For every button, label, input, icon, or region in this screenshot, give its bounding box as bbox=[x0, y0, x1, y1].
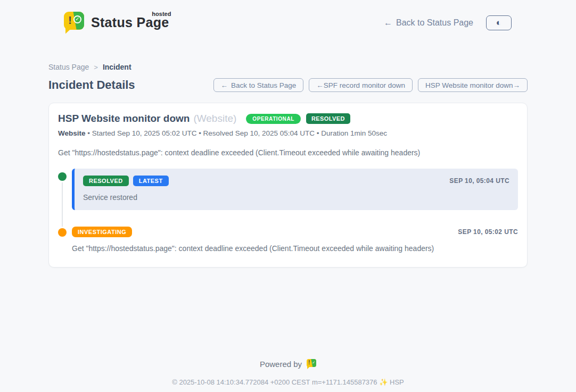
logo-superscript: hosted bbox=[152, 11, 171, 17]
half-circle-contrast-icon: ◐ bbox=[496, 18, 501, 27]
logo-text: Status Page bbox=[91, 15, 169, 30]
brand-text: HSP bbox=[390, 378, 404, 386]
resolved-status-badge: RESOLVED bbox=[83, 176, 129, 186]
meta-component: Website bbox=[58, 129, 86, 137]
breadcrumb: Status Page > Incident bbox=[48, 63, 528, 71]
header: ! ✓ Status Page hosted ← Back to Status … bbox=[0, 0, 576, 37]
status-page-app: ! ✓ Status Page hosted ← Back to Status … bbox=[0, 0, 576, 386]
powered-by-label: Powered by bbox=[260, 360, 302, 369]
investigating-status-badge: INVESTIGATING bbox=[72, 227, 132, 237]
exclamation-icon: ! bbox=[308, 360, 310, 365]
back-to-status-page-button[interactable]: ← Back to Status Page bbox=[213, 78, 304, 92]
timeline-entry-investigating: INVESTIGATING SEP 10, 05:02 UTC Get "htt… bbox=[58, 227, 518, 253]
previous-incident-button[interactable]: ← SPF record monitor down bbox=[309, 78, 413, 92]
timeline-entry-header: RESOLVED LATEST SEP 10, 05:04 UTC bbox=[83, 176, 509, 186]
arrow-right-icon: → bbox=[513, 81, 521, 89]
timeline-update-card: RESOLVED LATEST SEP 10, 05:04 UTC Servic… bbox=[72, 169, 518, 210]
theme-toggle-button[interactable]: ◐ bbox=[486, 15, 512, 30]
incident-timeline: RESOLVED LATEST SEP 10, 05:04 UTC Servic… bbox=[58, 169, 518, 253]
meta-details: • Started Sep 10, 2025 05:02 UTC • Resol… bbox=[87, 129, 387, 137]
header-actions: ← Back to Status Page ◐ bbox=[384, 15, 512, 30]
next-incident-button[interactable]: HSP Website monitor down → bbox=[418, 78, 528, 92]
timeline-dot-investigating bbox=[58, 228, 67, 237]
breadcrumb-status-page[interactable]: Status Page bbox=[48, 63, 89, 71]
arrow-left-icon: ← bbox=[384, 18, 392, 28]
incident-nav-buttons: ← Back to Status Page ← SPF record monit… bbox=[213, 78, 528, 92]
exclamation-icon: ! bbox=[68, 14, 72, 27]
powered-by: Powered by ! ✓ bbox=[260, 359, 316, 369]
breadcrumb-separator: > bbox=[94, 63, 98, 71]
timeline-badges: INVESTIGATING bbox=[72, 227, 132, 237]
incident-title: HSP Website monitor down bbox=[58, 113, 190, 124]
logo-wordmark: Status Page hosted bbox=[91, 15, 169, 30]
resolved-badge: RESOLVED bbox=[306, 113, 350, 124]
latest-badge: LATEST bbox=[133, 176, 169, 186]
heading-row: Incident Details ← Back to Status Page ←… bbox=[48, 78, 528, 92]
back-to-status-page-link[interactable]: ← Back to Status Page bbox=[384, 18, 473, 28]
incident-meta: Website • Started Sep 10, 2025 05:02 UTC… bbox=[58, 129, 518, 137]
timeline-dot-resolved bbox=[58, 172, 67, 181]
timeline-badges: RESOLVED LATEST bbox=[83, 176, 169, 186]
main-content: Status Page > Incident Incident Details … bbox=[48, 63, 528, 268]
check-circle-icon: ✓ bbox=[73, 15, 81, 23]
timeline-message: Service restored bbox=[83, 193, 509, 202]
status-page-logo-icon-small[interactable]: ! ✓ bbox=[307, 359, 316, 369]
timeline-update-plain: INVESTIGATING SEP 10, 05:02 UTC Get "htt… bbox=[72, 227, 518, 253]
arrow-left-icon: ← bbox=[221, 81, 228, 89]
sparkles-icon: ✨ bbox=[379, 378, 388, 386]
incident-title-row: HSP Website monitor down (Website) OPERA… bbox=[58, 113, 518, 124]
timeline-timestamp: SEP 10, 05:04 UTC bbox=[449, 177, 509, 185]
timeline-message: Get "https://hostedstatus.page": context… bbox=[72, 244, 518, 253]
breadcrumb-incident: Incident bbox=[103, 63, 131, 71]
status-page-logo-icon: ! ✓ bbox=[64, 12, 85, 34]
footer: Powered by ! ✓ © 2025-10-08 14:10:34.772… bbox=[0, 359, 576, 386]
app-logo[interactable]: ! ✓ Status Page hosted bbox=[64, 12, 169, 34]
arrow-left-icon: ← bbox=[316, 81, 324, 89]
timeline-entry-resolved: RESOLVED LATEST SEP 10, 05:04 UTC Servic… bbox=[58, 169, 518, 210]
timeline-timestamp: SEP 10, 05:02 UTC bbox=[458, 228, 518, 236]
logo-speech-bubble: ! ✓ bbox=[64, 12, 84, 30]
copyright-text: © 2025-10-08 14:10:34.772084 +0200 CEST … bbox=[172, 378, 377, 386]
incident-component: (Website) bbox=[193, 113, 236, 124]
copyright-line: © 2025-10-08 14:10:34.772084 +0200 CEST … bbox=[0, 378, 576, 386]
timeline-entry-header: INVESTIGATING SEP 10, 05:02 UTC bbox=[72, 227, 518, 237]
operational-badge: OPERATIONAL bbox=[246, 114, 301, 124]
page-title: Incident Details bbox=[48, 78, 135, 92]
back-link-label: Back to Status Page bbox=[396, 18, 473, 28]
incident-card: HSP Website monitor down (Website) OPERA… bbox=[48, 103, 528, 268]
check-icon: ✓ bbox=[312, 361, 315, 365]
incident-description: Get "https://hostedstatus.page": context… bbox=[58, 148, 518, 157]
